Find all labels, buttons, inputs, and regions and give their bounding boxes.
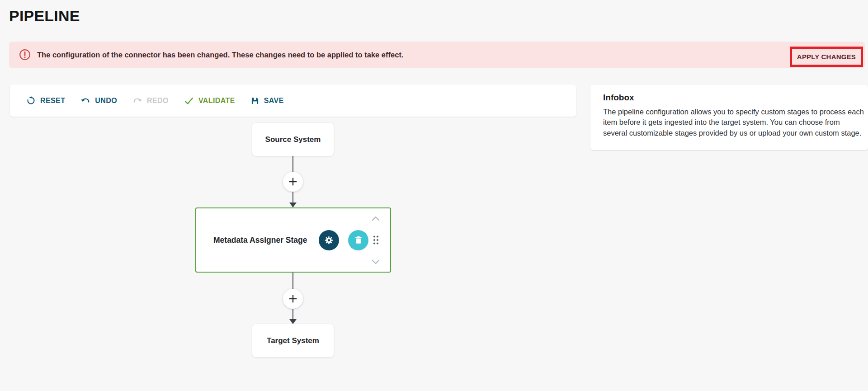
reset-icon — [26, 96, 36, 105]
infobox-panel: Infobox The pipeline configuration allow… — [590, 85, 868, 150]
undo-label: UNDO — [95, 97, 117, 105]
page-title: PIPELINE — [9, 7, 80, 25]
reset-label: RESET — [40, 97, 65, 105]
apply-changes-button[interactable]: APPLY CHANGES — [792, 49, 861, 65]
add-stage-button-bottom[interactable] — [283, 289, 303, 309]
alert-message: The configuration of the connector has b… — [37, 51, 403, 59]
target-system-node: Target System — [252, 324, 334, 357]
drag-handle-icon[interactable] — [372, 235, 380, 245]
connector-arrow-top — [289, 203, 297, 207]
stage-settings-button[interactable] — [319, 230, 339, 250]
stage-reorder-controls — [370, 215, 381, 265]
plus-icon — [287, 176, 299, 188]
save-icon — [250, 96, 259, 105]
apply-changes-highlight-box: APPLY CHANGES — [790, 47, 863, 67]
alert-banner: The configuration of the connector has b… — [9, 42, 865, 68]
save-button[interactable]: SAVE — [250, 96, 284, 105]
connector-arrow-bottom — [289, 319, 297, 324]
gear-icon — [324, 235, 334, 245]
checkmark-icon — [184, 96, 194, 106]
pipeline-toolbar: RESET UNDO REDO VALIDATE SAVE — [10, 85, 576, 117]
infobox-body: The pipeline configuration allows you to… — [603, 107, 864, 138]
reset-button[interactable]: RESET — [26, 96, 65, 105]
plus-icon — [287, 293, 299, 305]
redo-icon — [132, 96, 142, 106]
chevron-down-icon — [370, 258, 381, 265]
chevron-up-icon — [370, 215, 381, 222]
validate-button[interactable]: VALIDATE — [184, 96, 235, 106]
source-system-node: Source System — [252, 123, 334, 156]
move-stage-up-button[interactable] — [370, 215, 381, 222]
redo-button[interactable]: REDO — [132, 96, 169, 106]
infobox-title: Infobox — [603, 93, 856, 103]
add-stage-button-top[interactable] — [283, 172, 303, 192]
stage-delete-button[interactable] — [348, 230, 368, 250]
validate-label: VALIDATE — [198, 97, 235, 105]
redo-label: REDO — [147, 97, 169, 105]
stage-label: Metadata Assigner Stage — [213, 236, 307, 245]
metadata-assigner-stage-node[interactable]: Metadata Assigner Stage — [195, 207, 391, 273]
trash-icon — [354, 235, 363, 245]
move-stage-down-button[interactable] — [370, 258, 381, 265]
undo-button[interactable]: UNDO — [80, 96, 117, 106]
undo-icon — [80, 96, 90, 106]
save-label: SAVE — [264, 97, 284, 105]
alert-exclamation-icon — [19, 49, 31, 61]
